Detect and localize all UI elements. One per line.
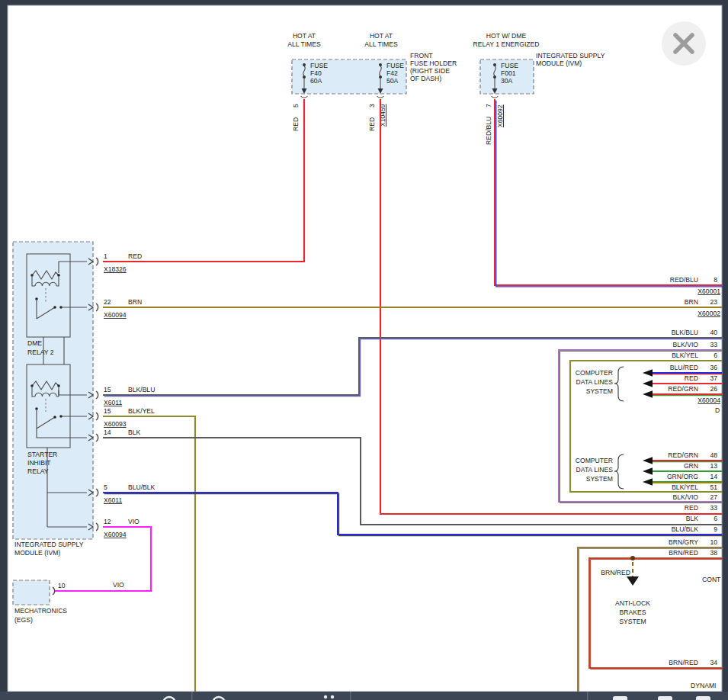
svg-text:FUSE: FUSE [386, 62, 404, 69]
svg-text:BRN/RED: BRN/RED [669, 659, 698, 666]
svg-text:MECHATRONICS: MECHATRONICS [14, 607, 67, 615]
diagram-viewer-window: HOT AT ALL TIMES HOT AT ALL TIMES HOT W/… [0, 0, 728, 700]
abs-label: ANTI-LOCK BRAKES SYSTEM [615, 599, 650, 625]
svg-text:10: 10 [710, 538, 717, 546]
svg-text:33: 33 [710, 504, 717, 512]
junction-dot [630, 556, 635, 560]
svg-text:BLU/BLK: BLU/BLK [672, 525, 699, 533]
panel-icon[interactable] [696, 696, 710, 700]
svg-text:BLK: BLK [686, 515, 699, 522]
svg-text:RED: RED [292, 117, 300, 131]
svg-text:X60093: X60093 [104, 420, 127, 428]
svg-text:48: 48 [710, 451, 717, 459]
svg-text:BRN/GRY: BRN/GRY [669, 538, 698, 546]
svg-text:33: 33 [710, 341, 717, 348]
svg-text:(EGS): (EGS) [14, 616, 33, 624]
svg-text:50A: 50A [386, 77, 399, 85]
ivm-module-box [13, 242, 93, 539]
svg-text:BRAKES: BRAKES [620, 608, 646, 616]
svg-text:X60004: X60004 [698, 397, 720, 404]
svg-text:34: 34 [710, 659, 717, 666]
svg-text:15: 15 [104, 407, 111, 415]
svg-text:15: 15 [104, 386, 111, 393]
svg-text:COMPUTER: COMPUTER [576, 369, 613, 377]
svg-text:BRN: BRN [685, 298, 698, 306]
svg-text:BLK/BLU: BLK/BLU [672, 329, 698, 336]
svg-text:38: 38 [710, 549, 717, 557]
svg-text:RELAY 1 ENERGIZED: RELAY 1 ENERGIZED [473, 40, 539, 48]
svg-text:DME: DME [27, 339, 42, 347]
svg-text:HOT W/ DME: HOT W/ DME [486, 32, 527, 40]
svg-text:X60001: X60001 [698, 287, 720, 295]
svg-text:8: 8 [714, 276, 717, 284]
svg-text:RED: RED [685, 374, 698, 382]
svg-text:RED/BLU: RED/BLU [485, 117, 492, 145]
svg-text:RED: RED [685, 504, 698, 512]
svg-text:MODULE (IVM): MODULE (IVM) [14, 549, 60, 557]
svg-text:SYSTEM: SYSTEM [586, 475, 613, 483]
diagram-canvas[interactable] [8, 5, 722, 692]
svg-text:INHIBIT: INHIBIT [27, 459, 51, 467]
close-button[interactable] [662, 21, 706, 66]
svg-text:60A: 60A [310, 77, 322, 85]
svg-text:6: 6 [714, 515, 717, 522]
svg-text:HOT AT: HOT AT [370, 32, 393, 40]
svg-text:5: 5 [104, 483, 107, 491]
bottom-toolbar [0, 692, 728, 700]
svg-text:9: 9 [714, 525, 717, 533]
svg-text:RED/BLU: RED/BLU [670, 276, 698, 284]
svg-text:VIO: VIO [128, 518, 140, 525]
svg-text:BRN: BRN [128, 298, 142, 306]
svg-text:X60094: X60094 [104, 531, 127, 538]
mechatronics-pin-number: 10 [58, 582, 66, 589]
svg-text:D: D [715, 406, 720, 414]
svg-text:X60092: X60092 [496, 104, 504, 127]
svg-text:BLK/YEL: BLK/YEL [128, 407, 155, 415]
svg-text:RELAY 2: RELAY 2 [27, 348, 54, 356]
svg-text:F001: F001 [501, 69, 516, 77]
svg-text:COMPUTER: COMPUTER [576, 457, 613, 464]
svg-text:30A: 30A [501, 77, 513, 85]
svg-text:RELAY: RELAY [27, 467, 49, 475]
svg-text:51: 51 [710, 483, 717, 491]
svg-text:BLK/VIO: BLK/VIO [673, 341, 699, 348]
svg-text:14: 14 [710, 473, 717, 480]
svg-text:FUSE: FUSE [310, 62, 328, 69]
svg-text:MODULE (IVM): MODULE (IVM) [536, 59, 582, 67]
svg-text:RED/GRN: RED/GRN [668, 385, 698, 393]
vio-wire-label: VIO [113, 581, 124, 589]
abs-branch-label: BRN/RED [601, 569, 630, 576]
svg-text:RED/GRN: RED/GRN [668, 451, 698, 459]
svg-text:X6011: X6011 [104, 399, 122, 406]
svg-text:INTEGRATED SUPPLY: INTEGRATED SUPPLY [536, 52, 605, 59]
svg-text:BLU/RED: BLU/RED [670, 364, 698, 371]
svg-text:F40: F40 [310, 69, 322, 77]
dynamic-label-partial: DYNAMI [691, 682, 716, 689]
svg-text:40: 40 [710, 329, 717, 336]
svg-text:X60094: X60094 [104, 311, 127, 319]
mechatronics-box [13, 580, 50, 605]
panel-icon[interactable] [658, 696, 672, 700]
svg-text:26: 26 [710, 385, 717, 393]
svg-text:HOT AT: HOT AT [293, 32, 316, 40]
svg-text:ALL TIMES: ALL TIMES [287, 40, 321, 48]
svg-text:FUSE: FUSE [501, 62, 518, 69]
svg-text:ANTI-LOCK: ANTI-LOCK [615, 599, 650, 607]
svg-text:SYSTEM: SYSTEM [619, 618, 646, 625]
svg-text:BLK/YEL: BLK/YEL [672, 483, 698, 491]
panel-icon[interactable] [613, 696, 627, 700]
svg-text:BLK/BLU: BLK/BLU [128, 386, 155, 393]
svg-text:X60002: X60002 [698, 310, 720, 317]
svg-text:BLK/VIO: BLK/VIO [673, 493, 699, 501]
svg-text:OF DASH): OF DASH) [410, 75, 441, 82]
svg-text:22: 22 [104, 298, 111, 306]
svg-text:BLU/BLK: BLU/BLK [128, 483, 156, 491]
svg-text:14: 14 [104, 429, 111, 436]
svg-text:FRONT: FRONT [410, 52, 433, 59]
svg-text:GRN/ORG: GRN/ORG [667, 473, 698, 480]
svg-text:DATA LINES: DATA LINES [576, 378, 614, 386]
svg-text:BLK/YEL: BLK/YEL [672, 352, 698, 359]
svg-text:X18326: X18326 [104, 265, 127, 273]
svg-text:1: 1 [104, 252, 107, 260]
svg-text:(RIGHT SIDE: (RIGHT SIDE [410, 67, 450, 75]
